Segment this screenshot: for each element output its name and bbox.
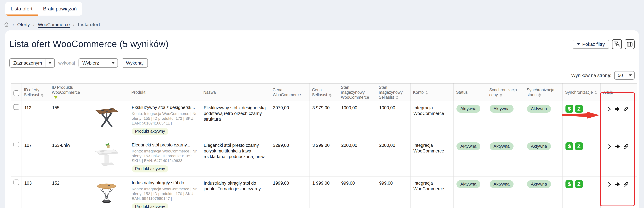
column-header-price_sellasist[interactable]: Cena Sellasist — [310, 83, 338, 101]
row-checkbox[interactable] — [14, 104, 19, 110]
table-row: 107153-uniwElegancki stół presto czarny.… — [11, 139, 637, 177]
column-label: ID Produktu WooCommerce — [52, 85, 80, 95]
per-page-select[interactable]: 50 — [614, 71, 634, 80]
cell-value: 2000,00 — [379, 143, 395, 148]
status-badge: Aktywna — [456, 180, 480, 188]
row-checkbox[interactable] — [14, 180, 19, 185]
cell-value: Integracja WooCommerce — [414, 105, 444, 116]
cell-product: Industrialny okrągły stół do...Konto: In… — [129, 177, 201, 208]
column-label: Synchronizacje — [565, 90, 593, 95]
cell-sync_stock: Aktywna — [524, 139, 563, 177]
tab-label: Braki powiązań — [43, 6, 77, 12]
cell-sync_stock: Aktywna — [524, 101, 563, 139]
bulk-scope-select[interactable]: Zaznaczonym — [10, 58, 55, 68]
select-all-checkbox[interactable] — [14, 90, 19, 96]
bulk-action-select[interactable]: Wybierz — [78, 58, 118, 68]
cell-actions — [600, 177, 637, 208]
cell-actions — [600, 139, 637, 177]
cell-price_sellasist: 1 999,00 — [310, 177, 338, 208]
price-sync-icon[interactable]: $ — [566, 180, 573, 188]
filter-sort-button[interactable] — [612, 39, 622, 49]
column-header-status: Status — [454, 83, 487, 101]
transfer-offer-icon[interactable] — [614, 182, 620, 187]
tab-label: Lista ofert — [11, 6, 32, 12]
bulk-connector-label: wykonaj — [58, 60, 75, 66]
column-header-sync_stock[interactable]: Synchronizacja stanu — [524, 83, 563, 101]
row-checkbox[interactable] — [14, 142, 19, 147]
column-header-product: Produkt — [129, 83, 201, 101]
tab-lista-ofert[interactable]: Lista ofert — [5, 2, 38, 15]
price-sync-icon[interactable]: $ — [566, 105, 573, 113]
cell-sync_stock: Aktywna — [524, 177, 563, 208]
column-header-sync[interactable]: Synchronizacje — [563, 83, 600, 101]
status-badge: Aktywna — [527, 180, 551, 188]
tab-braki-powiazan[interactable]: Braki powiązań — [38, 2, 82, 15]
cell-sync: $Z — [563, 101, 600, 139]
home-icon[interactable] — [4, 22, 9, 27]
chevron-down-icon — [626, 72, 634, 79]
stock-sync-icon[interactable]: Z — [575, 142, 583, 150]
cell-value: Elegancki stół presto czarny połysk mult… — [204, 143, 264, 159]
status-badge: Aktywna — [490, 105, 514, 113]
breadcrumb-item-oferty[interactable]: Oferty — [17, 22, 30, 27]
cell-actions — [600, 101, 637, 139]
sort-icon — [426, 91, 428, 95]
cell-id_sellasist: 103 — [22, 177, 49, 208]
breadcrumb-separator: › — [33, 22, 34, 27]
product-title-link[interactable]: Elegancki stół presto czarny... — [132, 142, 198, 147]
cell-product: Elegancki stół presto czarny...Konto: In… — [129, 139, 201, 177]
column-header-price_woo: Cena WooCommerce — [270, 83, 310, 101]
column-header-actions: Akcje — [600, 83, 637, 101]
show-filters-button[interactable]: Pokaż filtry — [573, 40, 609, 49]
cell-account: Integracja WooCommerce — [410, 139, 454, 177]
cell-value: 999,00 — [379, 181, 393, 186]
link-offer-icon[interactable] — [623, 106, 629, 112]
link-offer-icon[interactable] — [623, 143, 629, 149]
transfer-offer-icon[interactable] — [614, 144, 620, 149]
product-title-link[interactable]: Ekskluzywny stół z designersk... — [132, 105, 198, 110]
cell-stock_woo: 2000,00 — [338, 139, 376, 177]
status-badge: Aktywna — [527, 142, 551, 150]
breadcrumb-item-woocommerce[interactable]: WooCommerce — [38, 22, 70, 27]
per-page-label: Wyników na stronę: — [571, 73, 612, 78]
product-image — [92, 163, 122, 168]
link-offer-icon[interactable] — [623, 181, 629, 187]
transfer-offer-icon[interactable] — [614, 106, 620, 112]
cell-value: 1000,00 — [341, 105, 357, 110]
expand-row-icon[interactable] — [606, 144, 612, 149]
cell-image — [84, 177, 129, 208]
column-header-id_woo[interactable]: ID Produktu WooCommerce — [49, 83, 84, 101]
cell-name: Ekskluzywny stół z designerską podstawą … — [201, 101, 270, 139]
cell-id_sellasist: 112 — [22, 101, 49, 139]
column-label: Cena Sellasist — [312, 88, 327, 97]
cell-value: 1000,00 — [379, 105, 395, 110]
column-label: ID oferty Sellasist — [24, 88, 39, 97]
column-header-id_sellasist[interactable]: ID oferty Sellasist — [22, 83, 49, 101]
cell-stock_sellasist: 2000,00 — [376, 139, 410, 177]
column-label: Konto — [413, 90, 424, 95]
cell-id_woo: 152 — [49, 177, 84, 208]
cell-product: Ekskluzywny stół z designersk...Konto: I… — [129, 101, 201, 139]
column-header-image — [84, 83, 129, 101]
column-header-sync_price[interactable]: Synchronizacja ceny — [487, 83, 524, 101]
cell-value: 1999,00 — [273, 181, 289, 186]
chevron-down-icon — [577, 43, 580, 45]
offers-table: ID oferty SellasistID Produktu WooCommer… — [11, 83, 637, 208]
sort-icon — [538, 93, 541, 97]
product-meta: Konto: Integracja WooCommerce | Nr ofert… — [132, 111, 198, 126]
breadcrumb-separator: › — [73, 22, 75, 27]
stock-sync-icon[interactable]: Z — [575, 180, 583, 188]
column-label: Status — [456, 90, 468, 95]
price-sync-icon[interactable]: $ — [566, 142, 573, 150]
column-label: Stan magazynowy Sellasist — [379, 85, 402, 100]
expand-row-icon[interactable] — [606, 182, 612, 187]
execute-button[interactable]: Wykonaj — [122, 58, 148, 68]
product-status-badge: Produkt aktywny — [132, 128, 168, 135]
cell-id_sellasist: 107 — [22, 139, 49, 177]
product-title-link[interactable]: Industrialny okrągły stół do... — [132, 180, 198, 185]
stock-sync-icon[interactable]: Z — [575, 105, 583, 113]
column-header-stock_sellasist[interactable]: Stan magazynowy Sellasist — [376, 83, 410, 101]
columns-settings-button[interactable] — [625, 39, 634, 49]
column-header-account[interactable]: Konto — [410, 83, 454, 101]
expand-row-icon[interactable] — [606, 106, 612, 112]
